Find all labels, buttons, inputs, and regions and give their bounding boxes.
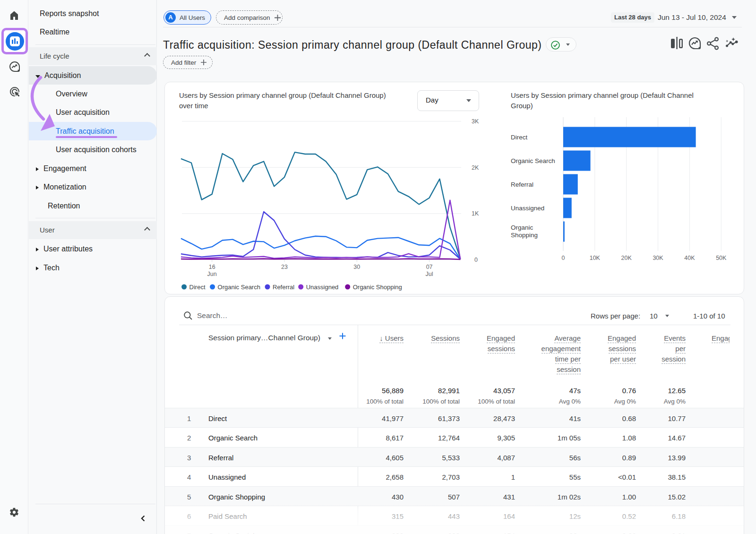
svg-text:Unassigned: Unassigned	[511, 205, 544, 212]
svg-text:Referral: Referral	[511, 181, 533, 188]
svg-text:Organic: Organic	[511, 224, 533, 231]
svg-text:Direct: Direct	[511, 134, 528, 141]
svg-text:40K: 40K	[684, 255, 695, 261]
svg-text:10K: 10K	[590, 255, 601, 261]
svg-text:20K: 20K	[621, 255, 632, 261]
svg-text:50K: 50K	[716, 255, 727, 261]
svg-text:30K: 30K	[653, 255, 663, 261]
svg-text:Shopping: Shopping	[511, 232, 538, 239]
svg-text:Organic Search: Organic Search	[511, 157, 555, 164]
svg-text:0: 0	[562, 255, 565, 261]
